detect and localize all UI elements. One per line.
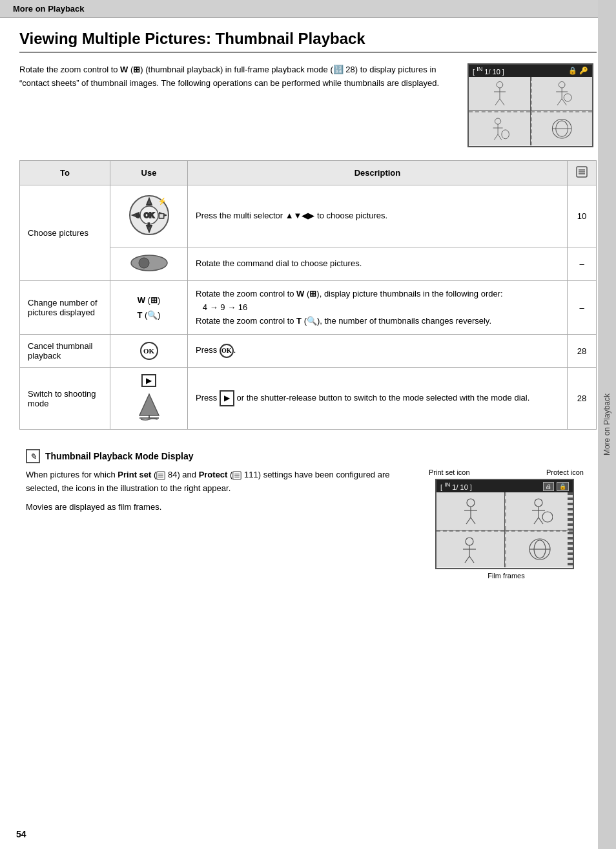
col-header-ref: [568, 161, 597, 185]
row-choose-pictures-ref: 10: [568, 185, 597, 247]
svg-point-36: [139, 258, 149, 268]
svg-text:⚡: ⚡: [158, 197, 167, 205]
protect-icon-label: Protect icon: [546, 468, 584, 476]
svg-point-11: [495, 118, 500, 124]
table-row: Switch to shooting mode ▶: [20, 368, 597, 430]
svg-marker-37: [139, 394, 159, 415]
svg-line-3: [495, 99, 499, 105]
table-row: Change number of pictures displayed W (⊞…: [20, 281, 597, 335]
svg-line-8: [557, 99, 562, 105]
sidebar-label-text: More on Playback: [602, 393, 611, 456]
note-title: Thumbnail Playback Mode Display: [45, 451, 194, 461]
print-set-icon-label: Print set icon: [429, 468, 470, 476]
sidebar-vertical-label: More on Playback: [598, 0, 616, 849]
row-command-dial-use: [110, 247, 188, 281]
svg-point-5: [559, 81, 566, 88]
svg-point-60: [542, 512, 553, 522]
row-change-number-label: Change number of pictures displayed: [20, 281, 110, 335]
svg-text:☉: ☉: [136, 213, 140, 219]
row-command-dial-ref: –: [568, 247, 597, 281]
row-choose-pictures-desc: Press the multi selector ▲▼◀▶ to choose …: [188, 185, 568, 247]
table-row: Choose pictures: [20, 185, 597, 247]
svg-text:🔲: 🔲: [158, 213, 165, 219]
row-change-number-desc: Rotate the zoom control to W (⊞), displa…: [188, 281, 568, 335]
row-change-number-use: W (⊞) T (🔍): [110, 281, 188, 335]
intro-paragraph: Rotate the zoom control to W (⊞) (thumbn…: [19, 63, 455, 147]
row-command-dial-desc: Rotate the command dial to choose pictur…: [188, 247, 568, 281]
row-switch-use: ▶: [110, 368, 188, 430]
note-text: When pictures for which Print set ( 84) …: [26, 468, 409, 580]
svg-line-58: [534, 518, 539, 524]
col-header-description: Description: [188, 161, 568, 185]
row-cancel-use: OK: [110, 335, 188, 368]
svg-point-10: [564, 94, 571, 101]
page-number: 54: [16, 829, 26, 839]
col-header-to: To: [20, 161, 110, 185]
row-cancel-label: Cancel thumbnail playback: [20, 335, 110, 368]
note-icon: ✎: [26, 449, 40, 463]
section-header: More on Playback: [0, 0, 616, 18]
col-header-use: Use: [110, 161, 188, 185]
svg-line-14: [494, 134, 498, 140]
row-cancel-ref: 28: [568, 335, 597, 368]
svg-text:OK: OK: [143, 211, 154, 219]
operations-table: To Use Description Ch: [19, 160, 597, 430]
row-switch-desc: Press ▶ or the shutter-release button to…: [188, 368, 568, 430]
svg-point-61: [466, 538, 473, 545]
svg-line-65: [469, 556, 474, 563]
svg-line-64: [465, 556, 469, 563]
row-choose-pictures-label: Choose pictures: [20, 185, 110, 281]
header-label: More on Playback: [13, 4, 85, 14]
row-choose-pictures-use: OK ⚡ ☉ 🔲 ⬇: [110, 185, 188, 247]
camera-screen-image: [ IN 1/ 10 ] 🔒 🔑: [467, 63, 597, 147]
svg-point-50: [467, 499, 475, 507]
table-row: Cancel thumbnail playback OK Press OK. 2…: [20, 335, 597, 368]
svg-line-4: [500, 99, 504, 105]
svg-line-15: [498, 134, 502, 140]
note-image: Print set icon Protect icon: [422, 468, 590, 580]
svg-point-55: [535, 499, 542, 507]
page-title: Viewing Multiple Pictures: Thumbnail Pla…: [19, 30, 597, 53]
row-cancel-desc: Press OK.: [188, 335, 568, 368]
row-switch-label: Switch to shooting mode: [20, 368, 110, 430]
svg-text:⬇: ⬇: [147, 222, 151, 228]
svg-point-0: [497, 81, 503, 88]
row-change-number-ref: –: [568, 281, 597, 335]
row-switch-ref: 28: [568, 368, 597, 430]
svg-line-54: [471, 518, 475, 524]
svg-point-16: [501, 130, 509, 139]
note-section: ✎ Thumbnail Playback Mode Display When p…: [19, 449, 597, 580]
svg-line-53: [466, 518, 471, 524]
film-frames-label: Film frames: [488, 572, 524, 580]
